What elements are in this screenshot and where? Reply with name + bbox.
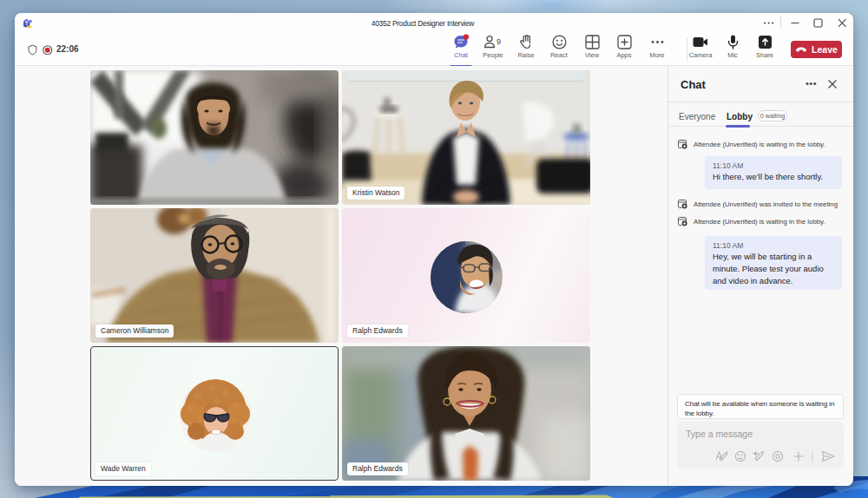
svg-text:9: 9 [496, 37, 501, 46]
